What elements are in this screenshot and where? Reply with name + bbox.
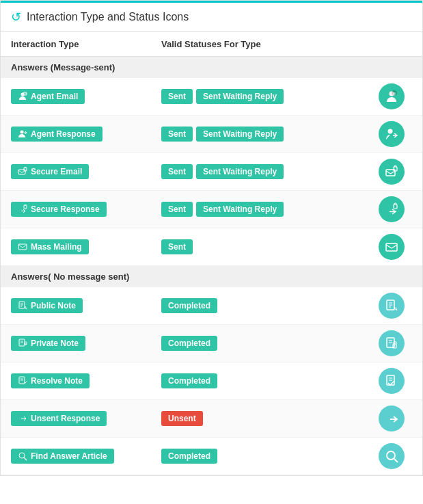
svg-rect-14 <box>386 243 397 251</box>
status-badges: Sent Sent Waiting Reply <box>161 164 371 179</box>
private-note-badge: Private Note <box>11 336 85 351</box>
unsent-badge: Unsent <box>161 411 203 426</box>
page-container: ↺ Interaction Type and Status Icons Inte… <box>0 0 423 476</box>
type-cell: Public Note <box>11 298 161 313</box>
sent-waiting-badge: Sent Waiting Reply <box>196 202 284 217</box>
page-title: Interaction Type and Status Icons <box>27 11 189 23</box>
col-status-header: Valid Statuses For Type <box>161 39 371 49</box>
table-row: Public Note Completed <box>1 287 422 325</box>
svg-point-40 <box>387 451 395 460</box>
agent-email-type-icon <box>18 92 27 101</box>
agent-email-circle-icon: @ <box>385 90 398 103</box>
unsent-response-type-icon <box>18 414 27 423</box>
agent-email-badge: Agent Email <box>11 89 85 104</box>
sent-waiting-badge: Sent Waiting Reply <box>196 127 284 142</box>
unsent-response-circle-icon <box>385 412 398 425</box>
sent-badge: Sent <box>161 127 193 142</box>
type-cell: Secure Email <box>11 164 161 179</box>
status-badges: Unsent <box>161 411 371 426</box>
row-icon-circle <box>379 368 405 394</box>
agent-response-type-icon <box>18 129 27 139</box>
mass-mailing-type-icon <box>18 242 27 252</box>
svg-line-41 <box>394 459 398 462</box>
table-row: Find Answer Article Completed <box>1 438 422 475</box>
col-type-header: Interaction Type <box>11 39 161 49</box>
agent-response-badge: Agent Response <box>11 127 103 142</box>
secure-response-type-icon <box>18 204 27 214</box>
public-note-circle-icon <box>385 299 398 313</box>
status-badges: Completed <box>161 373 371 388</box>
secure-response-circle-icon <box>385 202 398 216</box>
svg-point-38 <box>19 453 25 458</box>
row-icon-circle: @ <box>379 83 405 109</box>
type-cell: Private Note <box>11 336 161 351</box>
table-row: Unsent Response Unsent <box>1 400 422 438</box>
section-answers-message-sent: Answers (Message-sent) <box>1 57 422 78</box>
status-badges: Sent Sent Waiting Reply <box>161 202 371 217</box>
refresh-icon[interactable]: ↺ <box>11 10 21 25</box>
sent-badge: Sent <box>161 89 193 104</box>
table-container: Interaction Type Valid Statuses For Type… <box>1 32 422 475</box>
row-icon-circle <box>379 196 405 222</box>
type-cell: Mass Mailing <box>11 239 161 254</box>
status-badges: Completed <box>161 298 371 313</box>
resolve-note-circle-icon <box>385 374 398 388</box>
svg-text:@: @ <box>392 92 396 96</box>
status-badges: Sent Sent Waiting Reply <box>161 89 371 104</box>
mass-mailing-circle-icon <box>385 240 398 254</box>
type-cell: Agent Response <box>11 127 161 142</box>
table-row: Secure Email Sent Sent Waiting Reply <box>1 153 422 191</box>
row-icon-circle <box>379 443 405 469</box>
public-note-type-icon <box>18 301 27 310</box>
type-cell: Resolve Note <box>11 373 161 388</box>
public-note-badge: Public Note <box>11 298 83 313</box>
table-row: Resolve Note Completed <box>1 362 422 400</box>
secure-email-badge: Secure Email <box>11 164 89 179</box>
find-answer-article-circle-icon <box>385 449 398 463</box>
svg-point-6 <box>388 129 393 134</box>
status-badges: Sent <box>161 239 371 254</box>
svg-point-5 <box>21 131 24 134</box>
type-cell: Secure Response <box>11 202 161 217</box>
mass-mailing-badge: Mass Mailing <box>11 239 89 254</box>
completed-badge: Completed <box>161 373 217 388</box>
find-answer-article-badge: Find Answer Article <box>11 449 114 464</box>
agent-response-circle-icon <box>385 127 398 141</box>
sent-badge: Sent <box>161 164 193 179</box>
type-cell: Unsent Response <box>11 411 161 426</box>
secure-email-circle-icon <box>385 165 398 178</box>
row-icon-circle <box>379 330 405 356</box>
row-icon-circle <box>379 234 405 260</box>
table-row: Mass Mailing Sent <box>1 228 422 266</box>
row-icon-circle <box>379 121 405 147</box>
table-row: Secure Response Sent Sent Waiting Reply <box>1 191 422 228</box>
svg-rect-11 <box>24 205 27 209</box>
sent-badge: Sent <box>161 202 193 217</box>
svg-rect-13 <box>18 244 27 250</box>
table-row: Agent Email Sent Sent Waiting Reply @ <box>1 78 422 116</box>
type-cell: Find Answer Article <box>11 449 161 464</box>
resolve-note-type-icon <box>18 376 27 386</box>
section-answers-no-message: Answers( No message sent) <box>1 266 422 287</box>
table-header: Interaction Type Valid Statuses For Type <box>1 32 422 57</box>
status-badges: Completed <box>161 336 371 351</box>
find-answer-article-type-icon <box>18 451 27 461</box>
secure-email-type-icon <box>18 167 27 176</box>
table-row: Agent Response Sent Sent Waiting Reply <box>1 116 422 153</box>
status-badges: Sent Sent Waiting Reply <box>161 127 371 142</box>
completed-badge: Completed <box>161 449 217 464</box>
status-badges: Completed <box>161 449 371 464</box>
private-note-type-icon <box>18 339 27 348</box>
type-cell: Agent Email <box>11 89 161 104</box>
sent-badge: Sent <box>161 239 193 254</box>
row-icon-circle <box>379 406 405 432</box>
page-header: ↺ Interaction Type and Status Icons <box>1 1 422 32</box>
private-note-circle-icon <box>385 336 398 350</box>
row-icon-circle <box>379 293 405 319</box>
table-row: Private Note Completed <box>1 325 422 362</box>
row-icon-circle <box>379 159 405 185</box>
completed-badge: Completed <box>161 336 217 351</box>
sent-waiting-badge: Sent Waiting Reply <box>196 89 284 104</box>
completed-badge: Completed <box>161 298 217 313</box>
secure-response-badge: Secure Response <box>11 202 107 217</box>
